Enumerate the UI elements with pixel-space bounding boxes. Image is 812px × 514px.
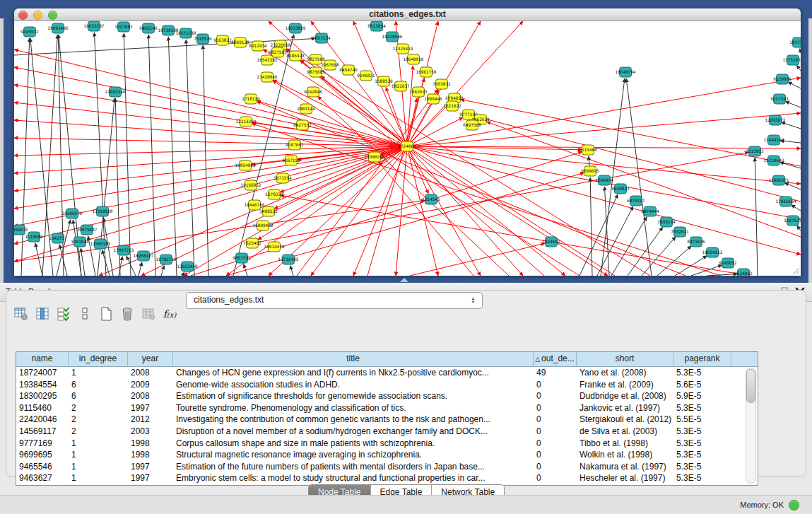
graph-node[interactable]: 1451944 [71, 237, 89, 247]
graph-node[interactable]: 5578334 [265, 189, 283, 199]
graph-node[interactable]: 1362615 [409, 87, 428, 97]
graph-node[interactable]: 1990446 [424, 94, 442, 104]
graph-node[interactable]: 16961758 [416, 67, 437, 77]
graph-node[interactable]: 9187001 [286, 140, 304, 150]
graph-node[interactable]: 15751074 [783, 55, 801, 65]
graph-node[interactable]: 9242848 [304, 87, 322, 97]
table-row[interactable]: 1938455462009Genome-wide association stu… [16, 379, 758, 391]
graph-node[interactable]: 1187533 [784, 216, 801, 226]
graph-node[interactable]: 20691406 [48, 23, 69, 33]
column-header-out_de[interactable]: △out_de... [534, 352, 577, 366]
graph-node[interactable]: 8471676 [687, 237, 705, 247]
graph-node[interactable]: 16914479 [264, 242, 285, 252]
network-canvas[interactable]: 1724007916382288601288912934232260589827… [14, 21, 801, 276]
graph-node[interactable]: 5673354 [273, 173, 292, 183]
network-table-select[interactable]: citations_edges.txt ▲▼ [186, 292, 483, 309]
scrollbar-thumb[interactable] [746, 369, 755, 403]
split-divider-handle[interactable] [400, 278, 408, 282]
row-height-button[interactable] [76, 305, 94, 323]
graph-node[interactable]: 7955812 [433, 79, 451, 89]
graph-node[interactable]: 9227343 [770, 94, 789, 104]
table-row[interactable]: 1830029562008Estimation of significance … [16, 390, 758, 402]
graph-node[interactable]: 17016504 [776, 197, 796, 206]
graph-node[interactable]: 9115460 [579, 145, 597, 155]
graph-node[interactable]: 7625402 [243, 238, 261, 248]
new-document-button[interactable] [97, 305, 115, 323]
graph-node[interactable]: 30975887 [77, 225, 98, 235]
graph-node[interactable]: 7832621 [671, 227, 689, 237]
column-header-pagerank[interactable]: pagerank [673, 352, 731, 366]
graph-node[interactable]: 9435572 [20, 27, 39, 37]
graph-node[interactable]: 9699695 [581, 166, 599, 176]
delete-table-button[interactable] [118, 305, 136, 323]
graph-node[interactable]: 16648794 [616, 67, 636, 77]
graph-node[interactable]: 8186328 [286, 51, 305, 61]
graph-node[interactable]: 2803144 [297, 104, 315, 114]
graph-node[interactable]: 8427552 [293, 120, 312, 130]
graph-node[interactable]: 19218506 [382, 32, 403, 42]
graph-node[interactable]: 8938923 [611, 184, 630, 194]
table-settings-button[interactable] [12, 305, 30, 323]
graph-node[interactable]: 7350511 [14, 225, 28, 235]
table-row[interactable]: 1456911722003Disruption of a novel membe… [16, 426, 758, 438]
graph-node[interactable]: 8454749 [339, 65, 358, 75]
graph-node[interactable]: 2935114 [657, 217, 676, 227]
graph-node[interactable]: 16782759 [156, 255, 177, 264]
graph-node[interactable]: 12444193 [764, 135, 784, 145]
graph-node[interactable]: 7515526 [194, 34, 212, 44]
select-rows-button[interactable] [54, 305, 73, 323]
graph-node[interactable]: 2967608 [321, 60, 339, 70]
graph-node[interactable]: 22053346 [105, 87, 126, 97]
column-header-in_degree[interactable]: in_degree [69, 352, 128, 366]
graph-node[interactable]: 10653287 [84, 21, 105, 31]
graph-node[interactable]: 9146821 [357, 71, 375, 81]
graph-node[interactable]: 19854985 [235, 160, 256, 170]
table-row[interactable]: 977716911998Corpus callosum shape and si… [16, 438, 758, 450]
graph-node[interactable]: 1342737 [49, 233, 67, 243]
graph-node[interactable]: 16958107 [134, 251, 154, 261]
graph-node[interactable]: 18640910 [404, 54, 424, 64]
import-table-button[interactable] [139, 305, 158, 323]
network-window-titlebar[interactable]: citations_edges.txt [14, 8, 801, 21]
graph-node[interactable]: 13716485 [278, 255, 299, 264]
graph-node[interactable]: 1514545 [422, 194, 440, 204]
column-header-name[interactable]: name [16, 352, 69, 366]
table-row[interactable]: 969969511998Structural magnetic resonanc… [16, 449, 758, 461]
graph-node[interactable]: 12213384 [236, 117, 257, 127]
graph-node[interactable]: 8813054 [367, 21, 386, 31]
graph-node[interactable]: 12923448 [177, 262, 198, 271]
graph-node[interactable]: 1588520 [375, 76, 393, 86]
table-row[interactable]: 946554611997Estimation of the future num… [16, 461, 758, 473]
graph-node[interactable]: 1817304 [789, 37, 801, 47]
graph-node[interactable]: 7857224 [312, 33, 331, 43]
graph-node[interactable]: 17359928 [93, 206, 113, 216]
column-header-year[interactable]: year [128, 352, 173, 366]
graph-node[interactable]: 16543382 [257, 55, 278, 65]
table-row[interactable]: 2242004622012Investigating the contribut… [16, 414, 758, 426]
graph-node[interactable]: 1115686 [25, 232, 43, 242]
function-builder-button[interactable]: f(x) [160, 305, 179, 323]
graph-node[interactable]: 6822037 [392, 81, 410, 91]
graph-node[interactable]: 10654112 [702, 247, 723, 257]
graph-node[interactable]: 1724007 [398, 141, 416, 151]
graph-node[interactable]: 9215953 [746, 146, 764, 156]
graph-node[interactable]: 9857791 [233, 253, 251, 263]
graph-node[interactable]: 9245652 [719, 258, 737, 268]
graph-node[interactable]: 17957253 [114, 245, 134, 255]
graph-node[interactable]: 16210643 [764, 156, 784, 165]
graph-node[interactable]: 6466140 [139, 23, 158, 33]
graph-node[interactable]: 9634012 [734, 269, 753, 276]
table-row[interactable]: 911546021997Tourette syndrome. Phenomeno… [16, 402, 758, 414]
table-row[interactable]: 1872400712008Changes of HCN gene express… [16, 367, 758, 379]
graph-node[interactable]: 9875685 [307, 67, 325, 77]
graph-node[interactable]: 16033809 [286, 23, 306, 33]
column-header-title[interactable]: title [173, 352, 534, 366]
column-header-short[interactable]: short [577, 352, 673, 366]
graph-node[interactable]: 12325419 [393, 44, 413, 54]
graph-node[interactable]: 9163822 [213, 35, 232, 45]
graph-node[interactable]: 1924502 [542, 237, 560, 247]
graph-node[interactable]: 5498222 [259, 206, 278, 216]
graph-node[interactable]: 19166852 [241, 180, 261, 190]
graph-node[interactable]: 1527602 [114, 22, 133, 32]
resize-grip-icon[interactable] [792, 267, 800, 275]
